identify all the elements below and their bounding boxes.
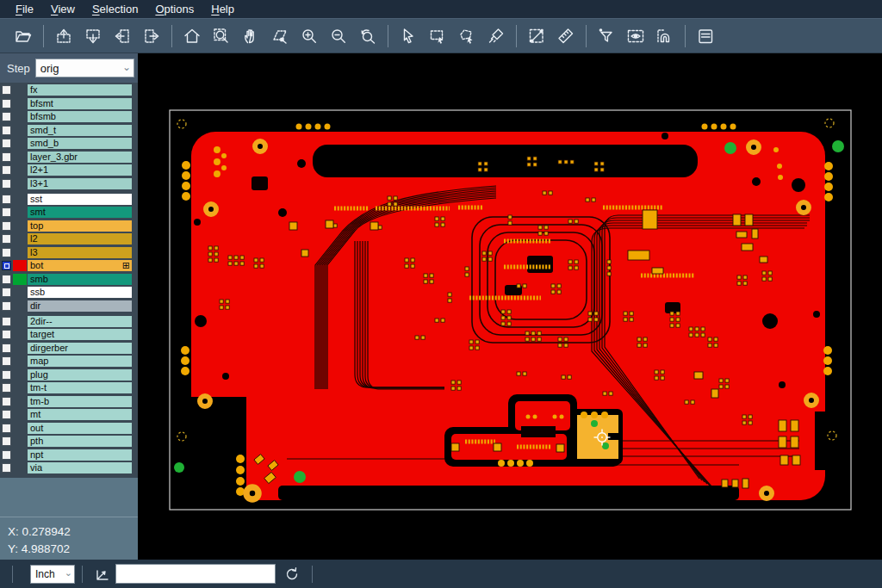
unit-select[interactable]: Inch ⌄ (30, 565, 75, 584)
menu-options[interactable]: Options (146, 1, 202, 17)
layer-row-dir[interactable]: dir (0, 300, 138, 312)
step-select[interactable]: orig ⌄ (35, 59, 134, 77)
angle-tool-icon[interactable] (90, 563, 115, 585)
filter-funnel-icon[interactable] (592, 22, 621, 50)
coord-y: Y: 4.988702 (8, 541, 130, 558)
sync-icon[interactable] (279, 563, 305, 585)
zoom-out-icon[interactable] (324, 22, 353, 50)
layer-checkbox[interactable] (2, 450, 11, 460)
select-arrow-icon[interactable] (394, 22, 423, 50)
layer-row-pth[interactable]: pth (0, 436, 138, 447)
layer-row-dirgerber[interactable]: dirgerber (0, 343, 138, 354)
layer-checkbox[interactable] (2, 234, 11, 244)
layer-checkbox[interactable] (2, 112, 11, 121)
layer-checkbox[interactable] (2, 397, 11, 406)
layer-checkbox[interactable] (2, 424, 11, 433)
layer-checkbox[interactable] (2, 356, 11, 366)
sidebar-spacer (0, 478, 138, 517)
layer-row-2dir--[interactable]: 2dir-- (0, 316, 138, 327)
select-poly-icon[interactable] (452, 22, 481, 50)
layer-label: 2dir-- (28, 316, 132, 327)
layer-chip-empty (13, 152, 27, 163)
view-eye-icon[interactable] (621, 22, 650, 50)
layer-checkbox[interactable] (2, 330, 11, 339)
pan-hand-icon[interactable] (236, 22, 265, 50)
layer-checkbox[interactable] (2, 126, 11, 135)
layer-checkbox[interactable] (2, 301, 11, 311)
layer-checkbox[interactable] (2, 207, 11, 217)
layer-row-fx[interactable]: fx (0, 84, 138, 96)
layer-row-smd_t[interactable]: smd_t (0, 125, 138, 136)
layer-checkbox[interactable] (2, 99, 11, 108)
layer-checkbox[interactable] (2, 165, 11, 175)
command-input[interactable] (115, 564, 276, 584)
log-panel-icon[interactable] (691, 22, 720, 50)
menu-help[interactable]: Help (202, 1, 243, 17)
layer-checkbox[interactable] (2, 152, 11, 162)
layer-row-map[interactable]: map (0, 356, 138, 367)
layer-row-smd_b[interactable]: smd_b (0, 138, 138, 149)
shift-right-icon[interactable] (137, 22, 166, 50)
menu-view[interactable]: View (42, 1, 84, 17)
measure-icon[interactable] (522, 22, 551, 50)
layer-chip-empty (13, 84, 27, 96)
layer-row-bfsmb[interactable]: bfsmb (0, 111, 138, 122)
layer-checkbox[interactable] (2, 463, 11, 473)
layer-checkbox[interactable] (2, 383, 11, 393)
layer-row-mt[interactable]: mt (0, 409, 138, 420)
layer-row-l3[interactable]: l3 (0, 247, 138, 258)
ruler-icon[interactable] (551, 22, 581, 50)
layer-row-target[interactable]: target (0, 329, 138, 340)
layer-checkbox[interactable] (2, 288, 11, 297)
layer-checkbox[interactable] (2, 139, 11, 148)
layer-checkbox[interactable] (2, 221, 11, 231)
layer-row-out[interactable]: out (0, 423, 138, 434)
layer-row-sst[interactable]: sst (0, 194, 138, 205)
menu-selection[interactable]: Selection (84, 1, 146, 17)
snap-magnet-icon[interactable] (650, 22, 680, 50)
divider (82, 566, 83, 583)
layer-checkbox[interactable] (2, 248, 11, 257)
clean-brush-icon[interactable] (481, 22, 511, 50)
layer-checkbox[interactable] (2, 344, 11, 353)
layer-label: l2 (28, 233, 132, 244)
layer-row-l2[interactable]: l2 (0, 233, 138, 244)
layer-row-via[interactable]: via (0, 462, 138, 473)
layer-checkbox[interactable] (2, 85, 11, 95)
zoom-window-icon[interactable] (207, 22, 236, 50)
layer-row-top[interactable]: top (0, 220, 138, 232)
zoom-object-icon[interactable] (265, 22, 295, 50)
menu-file[interactable]: File (7, 1, 42, 17)
shift-left-icon[interactable] (108, 22, 137, 50)
layer-row-l3+1[interactable]: l3+1 (0, 178, 138, 189)
layer-chip-empty (13, 287, 27, 298)
layer-row-npt[interactable]: npt (0, 449, 138, 461)
layer-row-l2+1[interactable]: l2+1 (0, 164, 138, 176)
home-icon[interactable] (177, 22, 207, 50)
layer-row-smb[interactable]: smb (0, 274, 138, 285)
layer-checkbox[interactable] (2, 179, 11, 189)
layer-checkbox[interactable] (2, 410, 11, 419)
layer-row-ssb[interactable]: ssb (0, 287, 138, 298)
layer-row-tm-t[interactable]: tm-t (0, 382, 138, 393)
zoom-previous-icon[interactable] (353, 22, 382, 50)
layer-row-plug[interactable]: plug (0, 369, 138, 381)
import-bottom-icon[interactable] (78, 22, 108, 50)
layer-row-smt[interactable]: smt (0, 207, 138, 218)
layer-row-bot[interactable]: bot⊞ (0, 260, 138, 271)
zoom-in-icon[interactable] (295, 22, 324, 50)
layer-label: smd_t (28, 125, 132, 136)
open-folder-icon[interactable] (9, 22, 38, 50)
select-rect-icon[interactable] (423, 22, 452, 50)
layer-checkbox[interactable] (2, 261, 11, 270)
layer-checkbox[interactable] (2, 195, 11, 204)
layer-row-layer_3.gbr[interactable]: layer_3.gbr (0, 152, 138, 163)
pcb-canvas[interactable] (138, 53, 882, 560)
layer-checkbox[interactable] (2, 370, 11, 380)
layer-checkbox[interactable] (2, 275, 11, 284)
layer-checkbox[interactable] (2, 317, 11, 326)
layer-checkbox[interactable] (2, 436, 11, 446)
layer-row-bfsmt[interactable]: bfsmt (0, 98, 138, 109)
layer-row-tm-b[interactable]: tm-b (0, 396, 138, 407)
import-top-icon[interactable] (49, 22, 78, 50)
